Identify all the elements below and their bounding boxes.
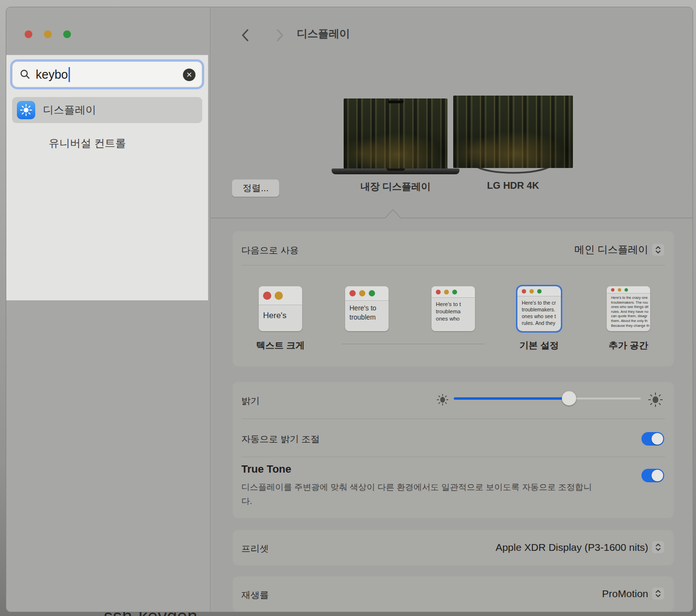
- divider: [241, 457, 665, 457]
- brightness-high-icon: [648, 392, 663, 407]
- red-dot-icon: [611, 288, 614, 292]
- scaling-option-larger-text[interactable]: Here's: [259, 286, 302, 331]
- true-tone-label: True Tone: [241, 463, 292, 476]
- brightness-label: 밝기: [241, 395, 260, 407]
- popup-chevron-icon: [652, 541, 664, 553]
- refresh-rate-dropdown[interactable]: ProMotion: [602, 588, 664, 600]
- scaling-option-2[interactable]: Here's totroublem: [345, 286, 389, 331]
- green-dot-icon: [452, 290, 457, 294]
- system-settings-window: keybo ✕: [6, 7, 693, 612]
- slider-fill: [454, 397, 569, 400]
- search-input[interactable]: keybo ✕: [12, 61, 202, 87]
- preset-value: Apple XDR Display (P3-1600 nits): [496, 542, 648, 553]
- mini-preview-text: Here's to ttroublemaones who: [432, 298, 475, 322]
- mini-titlebar: [517, 286, 561, 296]
- search-result-label: 디스플레이: [43, 103, 96, 117]
- preset-label: 프리셋: [241, 543, 269, 555]
- scaling-label: 기본 설정: [503, 339, 575, 352]
- scaling-label: 텍스트 크게: [244, 339, 317, 352]
- brightness-card: 밝기: [233, 382, 674, 518]
- true-tone-toggle[interactable]: [641, 469, 664, 482]
- mini-preview-text: Here's totroublem: [345, 301, 389, 322]
- red-dot-icon: [436, 290, 441, 294]
- mini-titlebar: [432, 286, 475, 298]
- external-display-label: LG HDR 4K: [453, 180, 573, 191]
- yellow-dot-icon: [529, 289, 534, 294]
- green-dot-icon: [537, 289, 542, 294]
- display-settings-card: 다음으로 사용 메인 디스플레이 Here's: [233, 231, 674, 366]
- mini-preview-text: Here's: [259, 305, 302, 322]
- x-circle-icon: ✕: [186, 70, 193, 79]
- green-dot-icon: [369, 290, 375, 296]
- search-result-universal-control[interactable]: 유니버설 컨트롤: [12, 130, 202, 156]
- mini-titlebar: [345, 286, 389, 301]
- builtin-display-thumbnail[interactable]: [344, 98, 447, 168]
- yellow-dot-icon: [444, 290, 449, 294]
- red-dot-icon: [263, 292, 271, 300]
- scaling-label: 추가 공간: [592, 339, 665, 352]
- refresh-rate-value: ProMotion: [602, 588, 648, 600]
- green-dot-icon: [625, 288, 628, 292]
- mini-titlebar: [607, 286, 650, 294]
- search-result-display[interactable]: 디스플레이: [12, 97, 202, 123]
- chevron-left-icon: [237, 27, 254, 43]
- popup-chevron-icon: [652, 244, 664, 256]
- use-as-value: 메인 디스플레이: [574, 243, 648, 256]
- red-dot-icon: [522, 289, 526, 294]
- toggle-knob: [652, 433, 663, 445]
- display-brightness-icon: [17, 101, 35, 119]
- clear-search-button[interactable]: ✕: [183, 69, 195, 81]
- toggle-knob: [652, 470, 663, 481]
- main-panel: 디스플레이 내장 디스플레이 LG HDR 4K 정렬... 다음으로 사용: [211, 7, 693, 612]
- red-dot-icon: [349, 290, 356, 296]
- mini-preview-text: Here's to the crazy onetroublemakers. Th…: [607, 294, 650, 328]
- popup-chevron-icon: [652, 588, 664, 600]
- display-wallpaper: [344, 98, 447, 168]
- search-input-value: keybo: [36, 68, 68, 82]
- laptop-base: [332, 168, 459, 174]
- sidebar: keybo ✕: [6, 7, 210, 612]
- minimize-button[interactable]: [44, 30, 52, 38]
- mini-titlebar: [259, 286, 302, 305]
- brightness-slider[interactable]: [454, 397, 641, 400]
- magnifier-icon: [20, 69, 30, 80]
- chevron-right-icon: [271, 27, 288, 43]
- zoom-button[interactable]: [63, 30, 71, 38]
- text-cursor: [69, 67, 70, 82]
- divider: [241, 419, 665, 419]
- scaling-option-3[interactable]: Here's to ttroublemaones who: [432, 286, 475, 331]
- preset-card: 프리셋 Apple XDR Display (P3-1600 nits): [233, 530, 674, 565]
- refresh-rate-label: 재생률: [241, 589, 269, 602]
- auto-brightness-label: 자동으로 밝기 조절: [241, 433, 320, 446]
- brightness-low-icon: [436, 393, 449, 406]
- yellow-dot-icon: [618, 288, 621, 292]
- page-title: 디스플레이: [297, 27, 350, 41]
- yellow-dot-icon: [359, 290, 365, 296]
- builtin-display-label: 내장 디스플레이: [339, 180, 452, 193]
- preset-dropdown[interactable]: Apple XDR Display (P3-1600 nits): [496, 541, 664, 553]
- true-tone-description: 디스플레이를 주변광에 맞춰 색상이 다른 환경에서도 일관적으로 보이도록 자…: [241, 480, 599, 508]
- scaling-option-default[interactable]: Here's to the crtroublemakers.ones who s…: [517, 286, 561, 331]
- auto-brightness-toggle[interactable]: [641, 432, 664, 446]
- forward-button[interactable]: [271, 27, 288, 43]
- use-as-dropdown[interactable]: 메인 디스플레이: [574, 243, 664, 256]
- yellow-dot-icon: [275, 292, 283, 300]
- laptop-notch: [388, 100, 404, 103]
- traffic-lights: [25, 30, 71, 38]
- arrange-button[interactable]: 정렬...: [232, 179, 279, 197]
- scaling-track-line: [342, 344, 485, 344]
- slider-knob[interactable]: [562, 391, 576, 406]
- search-results-panel: keybo ✕: [6, 55, 209, 301]
- refresh-rate-card: 재생률 ProMotion: [233, 576, 674, 612]
- selected-display-caret: [211, 209, 693, 219]
- search-result-label: 유니버설 컨트롤: [49, 136, 126, 151]
- display-wallpaper: [453, 96, 573, 168]
- divider: [241, 265, 665, 266]
- mini-preview-text: Here's to the crtroublemakers.ones who s…: [517, 296, 561, 326]
- use-as-label: 다음으로 사용: [241, 244, 299, 257]
- external-display-thumbnail[interactable]: [453, 96, 573, 168]
- close-button[interactable]: [25, 30, 32, 38]
- scaling-option-more-space[interactable]: Here's to the crazy onetroublemakers. Th…: [607, 286, 650, 331]
- back-button[interactable]: [237, 27, 254, 43]
